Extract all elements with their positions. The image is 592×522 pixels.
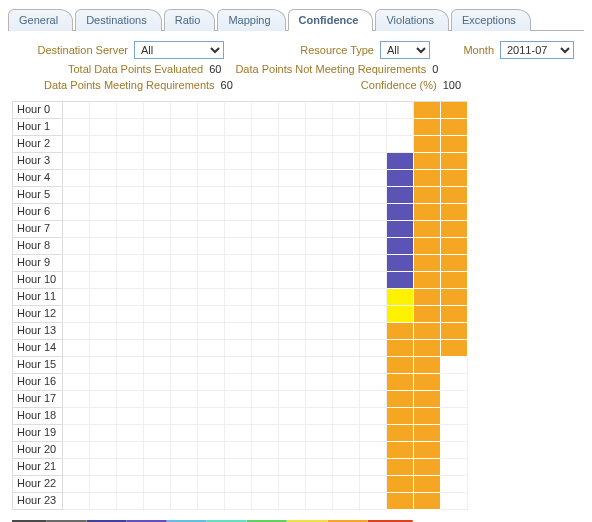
heatmap-cell — [198, 221, 225, 238]
heatmap-cell — [414, 323, 441, 340]
heatmap-cell — [414, 476, 441, 493]
filters-panel: Destination Server All Resource Type All… — [8, 39, 584, 101]
tab-general[interactable]: General — [8, 9, 73, 31]
heatmap-cell — [144, 136, 171, 153]
heatmap-cell — [441, 136, 468, 153]
heatmap-cell — [225, 425, 252, 442]
heatmap-cell — [198, 289, 225, 306]
heatmap-cell — [171, 170, 198, 187]
heatmap-cell — [117, 340, 144, 357]
heatmap-cell — [252, 238, 279, 255]
heatmap-cell — [306, 102, 333, 119]
heatmap-cell — [225, 102, 252, 119]
heatmap-cell — [171, 272, 198, 289]
heatmap-cell — [90, 476, 117, 493]
heatmap-cell — [387, 442, 414, 459]
heatmap-cell — [198, 187, 225, 204]
heatmap-cell — [144, 119, 171, 136]
tab-confidence[interactable]: Confidence — [288, 9, 374, 31]
heatmap-cell — [63, 204, 90, 221]
heatmap-cell — [306, 391, 333, 408]
heatmap-cell — [387, 221, 414, 238]
heatmap-cell — [144, 374, 171, 391]
heatmap-row: Hour 17 — [13, 391, 468, 408]
heatmap-cell — [117, 408, 144, 425]
heatmap-cell — [333, 391, 360, 408]
heatmap-cell — [414, 119, 441, 136]
heatmap-cell — [117, 187, 144, 204]
heatmap-cell — [198, 425, 225, 442]
heatmap-cell — [414, 408, 441, 425]
tab-destinations[interactable]: Destinations — [75, 9, 162, 31]
heatmap-cell — [198, 255, 225, 272]
heatmap-cell — [387, 204, 414, 221]
heatmap-cell — [252, 374, 279, 391]
heatmap-cell — [117, 425, 144, 442]
heatmap-cell — [414, 102, 441, 119]
heatmap-cell — [198, 102, 225, 119]
hour-label: Hour 9 — [13, 255, 63, 272]
heatmap-cell — [333, 255, 360, 272]
resource-type-select[interactable]: All — [380, 41, 430, 59]
heatmap-cell — [252, 289, 279, 306]
heatmap-cell — [333, 289, 360, 306]
heatmap-cell — [252, 255, 279, 272]
heatmap-cell — [360, 170, 387, 187]
heatmap-cell — [441, 459, 468, 476]
heatmap-cell — [90, 425, 117, 442]
hour-label: Hour 5 — [13, 187, 63, 204]
heatmap-row: Hour 0 — [13, 102, 468, 119]
heatmap-cell — [144, 170, 171, 187]
heatmap-cell — [441, 476, 468, 493]
heatmap-cell — [90, 170, 117, 187]
heatmap-cell — [333, 476, 360, 493]
heatmap-cell — [198, 357, 225, 374]
heatmap-cell — [333, 374, 360, 391]
heatmap-cell — [117, 119, 144, 136]
heatmap-cell — [117, 323, 144, 340]
dest-server-select[interactable]: All — [134, 41, 224, 59]
heatmap-row: Hour 3 — [13, 153, 468, 170]
heatmap-cell — [306, 459, 333, 476]
heatmap-row: Hour 9 — [13, 255, 468, 272]
heatmap-cell — [90, 255, 117, 272]
heatmap-cell — [387, 374, 414, 391]
hour-label: Hour 0 — [13, 102, 63, 119]
heatmap-cell — [279, 408, 306, 425]
heatmap-cell — [360, 476, 387, 493]
heatmap-row: Hour 19 — [13, 425, 468, 442]
heatmap-cell — [171, 204, 198, 221]
tab-exceptions[interactable]: Exceptions — [451, 9, 531, 31]
heatmap-cell — [414, 272, 441, 289]
heatmap-cell — [198, 119, 225, 136]
hour-label: Hour 1 — [13, 119, 63, 136]
tab-mapping[interactable]: Mapping — [217, 9, 285, 31]
heatmap-cell — [63, 476, 90, 493]
heatmap-cell — [144, 340, 171, 357]
heatmap-cell — [117, 255, 144, 272]
heatmap-cell — [63, 136, 90, 153]
heatmap-row: Hour 10 — [13, 272, 468, 289]
heatmap-cell — [252, 136, 279, 153]
heatmap-cell — [117, 238, 144, 255]
confidence-value: 100 — [443, 79, 461, 91]
tab-violations[interactable]: Violations — [375, 9, 449, 31]
heatmap-cell — [144, 425, 171, 442]
heatmap-cell — [63, 238, 90, 255]
heatmap-cell — [306, 119, 333, 136]
heatmap-cell — [414, 459, 441, 476]
hour-label: Hour 22 — [13, 476, 63, 493]
heatmap-cell — [360, 272, 387, 289]
heatmap-cell — [333, 442, 360, 459]
heatmap-cell — [360, 391, 387, 408]
heatmap-cell — [441, 102, 468, 119]
heatmap-cell — [225, 238, 252, 255]
month-select[interactable]: 2011-07 — [500, 41, 574, 59]
heatmap-cell — [360, 425, 387, 442]
hour-label: Hour 2 — [13, 136, 63, 153]
heatmap-cell — [171, 476, 198, 493]
heatmap-cell — [117, 442, 144, 459]
heatmap-cell — [225, 119, 252, 136]
heatmap-row: Hour 6 — [13, 204, 468, 221]
tab-ratio[interactable]: Ratio — [164, 9, 216, 31]
